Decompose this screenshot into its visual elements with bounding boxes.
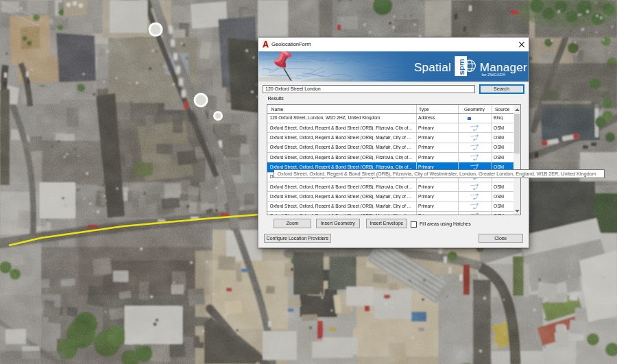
svg-text:Spatial: Spatial (414, 60, 451, 73)
svg-text:Manager: Manager (480, 60, 527, 73)
svg-text:for ZWCAD®: for ZWCAD® (482, 72, 506, 76)
